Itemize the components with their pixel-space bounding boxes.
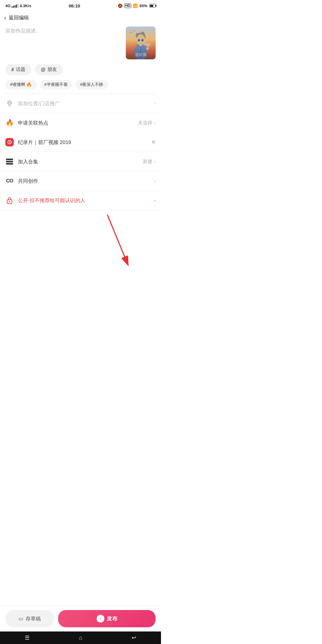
hashtag-chip-text-2: #夜深人不静	[80, 82, 103, 87]
co-create-right: ›	[154, 179, 156, 183]
svg-point-14	[8, 102, 10, 104]
hashtag-chips-row: #谁懂啊 🔥 #半夜睡不着 #夜深人不静	[0, 78, 161, 94]
channel-right: ✕	[151, 139, 156, 145]
bell-icon: 🔕	[118, 4, 123, 8]
lock-icon-wrap	[5, 196, 14, 205]
red-badge-wrap	[5, 138, 14, 146]
svg-point-13	[143, 43, 146, 45]
privacy-right: ›	[154, 198, 156, 203]
svg-point-20	[9, 201, 10, 202]
co-icon-wrap: CO	[5, 177, 14, 185]
fire-icon: 🔥	[6, 119, 14, 127]
hotpoint-right: 未选择 ›	[138, 120, 156, 126]
svg-point-10	[139, 40, 140, 40]
time-label: 06:10	[69, 3, 80, 8]
channel-label: 纪录片｜箭厂视频 2019	[18, 139, 147, 146]
fire-icon-wrap: 🔥	[5, 119, 14, 127]
hotpoint-row[interactable]: 🔥 申请关联热点 未选择 ›	[0, 113, 161, 133]
signal-bars	[12, 4, 18, 8]
hashtag-chip-1[interactable]: #半夜睡不着	[40, 80, 72, 89]
location-row[interactable]: 添加位置/门店推广 ›	[0, 94, 161, 113]
collection-label: 加入合集	[18, 158, 139, 165]
hotpoint-chevron: ›	[154, 120, 156, 125]
hd-label: HD	[124, 3, 131, 8]
location-chevron: ›	[154, 101, 156, 106]
svg-point-11	[143, 40, 143, 40]
hotpoint-label: 申请关联热点	[18, 120, 134, 126]
hashtag-icon: #	[11, 67, 14, 72]
hashtag-button[interactable]: # 话题	[5, 64, 31, 75]
network-label: 4G	[5, 4, 10, 8]
hashtag-chip-text-1: #半夜睡不着	[44, 82, 68, 87]
privacy-chevron: ›	[154, 198, 156, 203]
channel-row[interactable]: 纪录片｜箭厂视频 2019 ✕	[0, 133, 161, 152]
status-left: 4G 4.3K/s	[5, 4, 31, 8]
nav-bar: ‹ 返回编辑	[0, 11, 161, 24]
mention-icon: @	[41, 67, 46, 72]
collection-right: 新建 ›	[143, 159, 156, 165]
wifi-icon: 📶	[133, 4, 138, 8]
status-bar: 4G 4.3K/s 06:10 🔕 HD 📶 65%	[0, 0, 161, 11]
stack-icon	[6, 158, 13, 165]
privacy-row[interactable]: 公开·但不推荐给可能认识的人 ›	[0, 191, 161, 210]
speed-label: 4.3K/s	[20, 4, 31, 8]
location-label[interactable]: 添加位置/门店推广	[18, 100, 149, 107]
cover-label[interactable]: 选封面	[126, 52, 156, 58]
svg-rect-17	[6, 161, 13, 162]
privacy-label: 公开·但不推荐给可能认识的人	[18, 197, 149, 204]
hotpoint-status: 未选择	[138, 120, 152, 126]
collection-row[interactable]: 加入合集 新建 ›	[0, 152, 161, 171]
location-icon-wrap	[5, 99, 14, 108]
co-create-row[interactable]: CO 共同创作 ›	[0, 171, 161, 191]
description-area[interactable]: 添加作品描述..	[0, 24, 161, 62]
svg-rect-16	[6, 159, 13, 160]
mention-label: 朋友	[47, 66, 57, 73]
description-placeholder[interactable]: 添加作品描述..	[5, 27, 122, 59]
nav-title: 返回编辑	[9, 14, 29, 21]
hashtag-label: 话题	[16, 66, 25, 73]
collection-chevron: ›	[154, 159, 156, 164]
channel-close-button[interactable]: ✕	[151, 139, 156, 145]
location-icon	[6, 100, 13, 107]
mention-button[interactable]: @ 朋友	[35, 64, 63, 75]
co-icon: CO	[6, 178, 13, 184]
location-right: ›	[154, 101, 156, 106]
stack-icon-wrap	[5, 157, 14, 166]
hashtag-chip-text-0: #谁懂啊	[10, 82, 25, 87]
battery-icon	[149, 4, 156, 7]
back-icon[interactable]: ‹	[4, 14, 6, 21]
hashtag-chip-2[interactable]: #夜深人不静	[75, 80, 108, 89]
svg-rect-18	[6, 163, 13, 165]
battery-label: 65%	[140, 4, 147, 8]
hashtag-chip-0[interactable]: #谁懂啊 🔥	[5, 80, 37, 89]
cover-image[interactable]: 选封面	[126, 27, 156, 59]
fire-emoji-0: 🔥	[26, 82, 32, 87]
status-right: 🔕 HD 📶 65%	[118, 3, 156, 8]
co-create-label: 共同创作	[18, 178, 149, 185]
collection-new-label: 新建	[143, 159, 152, 165]
lock-icon	[6, 197, 13, 204]
tag-buttons-row: # 话题 @ 朋友	[0, 62, 161, 78]
red-badge-icon	[5, 138, 14, 146]
svg-rect-3	[139, 47, 140, 49]
co-create-chevron: ›	[154, 179, 156, 183]
